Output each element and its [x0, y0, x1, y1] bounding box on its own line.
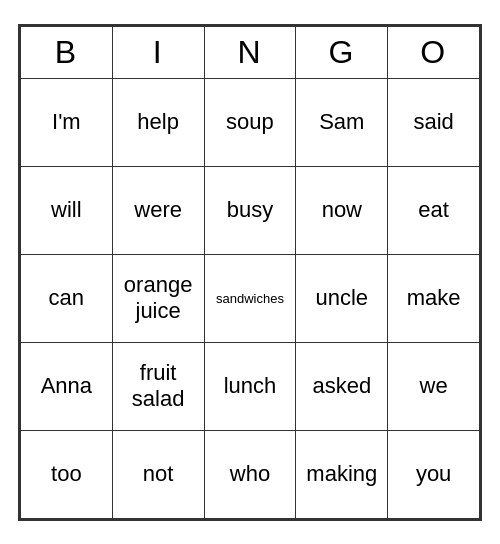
cell-label: uncle [316, 285, 369, 310]
cell-label: said [413, 109, 453, 134]
cell-label: busy [227, 197, 273, 222]
cell-label: make [407, 285, 461, 310]
cell-label: we [420, 373, 448, 398]
header-row: BINGO [21, 26, 480, 78]
table-cell: eat [388, 166, 480, 254]
table-row: willwerebusynoweat [21, 166, 480, 254]
table-cell: will [21, 166, 113, 254]
cell-label: too [51, 461, 82, 486]
table-row: canorangejuicesandwichesunclemake [21, 254, 480, 342]
table-row: I'mhelpsoupSamsaid [21, 78, 480, 166]
cell-label: help [137, 109, 179, 134]
cell-label: orangejuice [124, 272, 193, 323]
table-cell: uncle [296, 254, 388, 342]
table-cell: now [296, 166, 388, 254]
cell-label: I'm [52, 109, 81, 134]
table-cell: fruitsalad [112, 342, 204, 430]
table-cell: help [112, 78, 204, 166]
cell-label: making [306, 461, 377, 486]
header-cell: B [21, 26, 113, 78]
header-cell: O [388, 26, 480, 78]
table-cell: sandwiches [204, 254, 296, 342]
table-cell: you [388, 430, 480, 518]
cell-label: not [143, 461, 174, 486]
cell-label: Sam [319, 109, 364, 134]
table-cell: not [112, 430, 204, 518]
table-cell: can [21, 254, 113, 342]
table-cell: said [388, 78, 480, 166]
cell-label: eat [418, 197, 449, 222]
cell-label: were [134, 197, 182, 222]
table-cell: lunch [204, 342, 296, 430]
table-cell: make [388, 254, 480, 342]
table-cell: were [112, 166, 204, 254]
table-cell: Anna [21, 342, 113, 430]
table-cell: asked [296, 342, 388, 430]
table-cell: Sam [296, 78, 388, 166]
table-row: toonotwhomakingyou [21, 430, 480, 518]
table-cell: orangejuice [112, 254, 204, 342]
cell-label: can [49, 285, 84, 310]
bingo-card: BINGO I'mhelpsoupSamsaidwillwerebusynowe… [18, 24, 482, 521]
cell-label: fruitsalad [132, 360, 185, 411]
cell-label: lunch [224, 373, 277, 398]
bingo-table: BINGO I'mhelpsoupSamsaidwillwerebusynowe… [20, 26, 480, 519]
table-cell: we [388, 342, 480, 430]
table-cell: too [21, 430, 113, 518]
cell-label: sandwiches [216, 291, 284, 306]
cell-label: will [51, 197, 82, 222]
table-row: Annafruitsaladlunchaskedwe [21, 342, 480, 430]
table-cell: making [296, 430, 388, 518]
table-cell: busy [204, 166, 296, 254]
table-cell: I'm [21, 78, 113, 166]
header-cell: I [112, 26, 204, 78]
cell-label: you [416, 461, 451, 486]
table-cell: who [204, 430, 296, 518]
header-cell: N [204, 26, 296, 78]
cell-label: who [230, 461, 270, 486]
table-cell: soup [204, 78, 296, 166]
cell-label: now [322, 197, 362, 222]
cell-label: asked [312, 373, 371, 398]
cell-label: Anna [41, 373, 92, 398]
cell-label: soup [226, 109, 274, 134]
header-cell: G [296, 26, 388, 78]
